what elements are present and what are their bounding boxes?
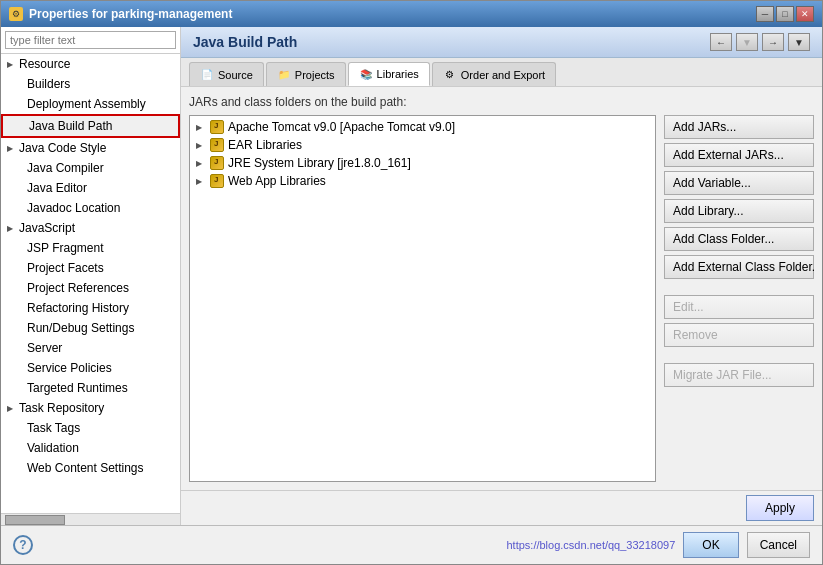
sidebar-item-refactoring[interactable]: Refactoring History xyxy=(1,298,180,318)
migrate-jar-button[interactable]: Migrate JAR File... xyxy=(664,363,814,387)
sidebar-label: Project Facets xyxy=(27,261,104,275)
sidebar-item-java-code-style[interactable]: ▶ Java Code Style xyxy=(1,138,180,158)
tree-label: Apache Tomcat v9.0 [Apache Tomcat v9.0] xyxy=(228,120,455,134)
add-class-folder-button[interactable]: Add Class Folder... xyxy=(664,227,814,251)
sidebar-item-task-repository[interactable]: ▶ Task Repository xyxy=(1,398,180,418)
tab-projects-label: Projects xyxy=(295,69,335,81)
back-button[interactable]: ← xyxy=(710,33,732,51)
sidebar-item-task-tags[interactable]: Task Tags xyxy=(1,418,180,438)
edit-button[interactable]: Edit... xyxy=(664,295,814,319)
sidebar-item-run-debug[interactable]: Run/Debug Settings xyxy=(1,318,180,338)
sidebar-label: Java Build Path xyxy=(29,119,112,133)
sidebar-label: Java Code Style xyxy=(19,141,106,155)
cancel-button[interactable]: Cancel xyxy=(747,532,810,558)
tab-order-export[interactable]: ⚙ Order and Export xyxy=(432,62,556,86)
spacer xyxy=(664,283,814,291)
apply-button[interactable]: Apply xyxy=(746,495,814,521)
sidebar-item-server[interactable]: Server xyxy=(1,338,180,358)
button-panel: Add JARs... Add External JARs... Add Var… xyxy=(664,115,814,482)
panel-title: Java Build Path xyxy=(193,34,297,50)
minimize-button[interactable]: ─ xyxy=(756,6,774,22)
scrollbar-thumb[interactable] xyxy=(5,515,65,525)
restore-button[interactable]: □ xyxy=(776,6,794,22)
spacer xyxy=(664,351,814,359)
tree-arrow-icon: ▶ xyxy=(196,141,206,150)
apply-bar: Apply xyxy=(181,490,822,525)
arrow-icon: ▶ xyxy=(7,60,13,69)
add-jars-button[interactable]: Add JARs... xyxy=(664,115,814,139)
sidebar-label: Java Compiler xyxy=(27,161,104,175)
tab-source[interactable]: 📄 Source xyxy=(189,62,264,86)
panel-header: Java Build Path ← ▼ → ▼ xyxy=(181,27,822,58)
sidebar-scroll-area[interactable]: ▶ Resource Builders Deployment Assembly … xyxy=(1,54,180,513)
sidebar-label: Run/Debug Settings xyxy=(27,321,134,335)
sidebar-item-java-editor[interactable]: Java Editor xyxy=(1,178,180,198)
help-icon[interactable]: ? xyxy=(13,535,33,555)
sidebar-item-project-references[interactable]: Project References xyxy=(1,278,180,298)
sidebar-item-web-content[interactable]: Web Content Settings xyxy=(1,458,180,478)
main-content: ▶ Resource Builders Deployment Assembly … xyxy=(1,27,822,525)
sidebar-item-builders[interactable]: Builders xyxy=(1,74,180,94)
filter-input[interactable] xyxy=(5,31,176,49)
sidebar-item-validation[interactable]: Validation xyxy=(1,438,180,458)
sidebar-item-deployment[interactable]: Deployment Assembly xyxy=(1,94,180,114)
close-button[interactable]: ✕ xyxy=(796,6,814,22)
arrow-icon: ▶ xyxy=(7,404,13,413)
sidebar-label: Server xyxy=(27,341,62,355)
sidebar-label: Web Content Settings xyxy=(27,461,144,475)
sidebar-label: Builders xyxy=(27,77,70,91)
tree-item-jre[interactable]: ▶ JRE System Library [jre1.8.0_161] xyxy=(192,154,653,172)
sidebar-label: Java Editor xyxy=(27,181,87,195)
order-export-tab-icon: ⚙ xyxy=(443,68,457,82)
add-variable-button[interactable]: Add Variable... xyxy=(664,171,814,195)
tab-projects[interactable]: 📁 Projects xyxy=(266,62,346,86)
ok-button[interactable]: OK xyxy=(683,532,738,558)
projects-tab-icon: 📁 xyxy=(277,68,291,82)
forward-button[interactable]: → xyxy=(762,33,784,51)
footer-left: ? xyxy=(13,535,33,555)
tab-libraries[interactable]: 📚 Libraries xyxy=(348,62,430,86)
sidebar-label: Validation xyxy=(27,441,79,455)
add-external-jars-button[interactable]: Add External JARs... xyxy=(664,143,814,167)
jar-icon xyxy=(210,138,224,152)
tree-arrow-icon: ▶ xyxy=(196,159,206,168)
sidebar-label: Service Policies xyxy=(27,361,112,375)
window-icon: ⚙ xyxy=(9,7,23,21)
sidebar-item-javascript[interactable]: ▶ JavaScript xyxy=(1,218,180,238)
sidebar-label: Task Repository xyxy=(19,401,104,415)
tree-item-ear[interactable]: ▶ EAR Libraries xyxy=(192,136,653,154)
sidebar-label: Refactoring History xyxy=(27,301,129,315)
source-tab-icon: 📄 xyxy=(200,68,214,82)
sidebar-item-resource[interactable]: ▶ Resource xyxy=(1,54,180,74)
horizontal-scrollbar[interactable] xyxy=(1,513,180,525)
sidebar-item-javadoc[interactable]: Javadoc Location xyxy=(1,198,180,218)
sidebar-item-project-facets[interactable]: Project Facets xyxy=(1,258,180,278)
description-text: JARs and class folders on the build path… xyxy=(189,95,814,109)
tree-item-tomcat[interactable]: ▶ Apache Tomcat v9.0 [Apache Tomcat v9.0… xyxy=(192,118,653,136)
arrow-icon: ▶ xyxy=(7,144,13,153)
tree-label: JRE System Library [jre1.8.0_161] xyxy=(228,156,411,170)
sidebar-item-jsp-fragment[interactable]: JSP Fragment xyxy=(1,238,180,258)
sidebar-item-service-policies[interactable]: Service Policies xyxy=(1,358,180,378)
jar-icon xyxy=(210,120,224,134)
panel-body: JARs and class folders on the build path… xyxy=(181,87,822,490)
sidebar-label: JSP Fragment xyxy=(27,241,103,255)
dialog-footer: ? https://blog.csdn.net/qq_33218097 OK C… xyxy=(1,525,822,564)
sidebar-item-targeted-runtimes[interactable]: Targeted Runtimes xyxy=(1,378,180,398)
nav-menu-button[interactable]: ▼ xyxy=(788,33,810,51)
nav-down-button[interactable]: ▼ xyxy=(736,33,758,51)
tab-libraries-label: Libraries xyxy=(377,68,419,80)
dialog-window: ⚙ Properties for parking-management ─ □ … xyxy=(0,0,823,565)
window-title: Properties for parking-management xyxy=(29,7,232,21)
sidebar-item-java-build-path[interactable]: Java Build Path xyxy=(1,114,180,138)
remove-button[interactable]: Remove xyxy=(664,323,814,347)
tree-label: Web App Libraries xyxy=(228,174,326,188)
tree-item-webapp[interactable]: ▶ Web App Libraries xyxy=(192,172,653,190)
tree-panel[interactable]: ▶ Apache Tomcat v9.0 [Apache Tomcat v9.0… xyxy=(189,115,656,482)
sidebar-label: Resource xyxy=(19,57,70,71)
add-library-button[interactable]: Add Library... xyxy=(664,199,814,223)
sidebar-item-java-compiler[interactable]: Java Compiler xyxy=(1,158,180,178)
jar-icon xyxy=(210,174,224,188)
add-external-class-folder-button[interactable]: Add External Class Folder... xyxy=(664,255,814,279)
tree-arrow-icon: ▶ xyxy=(196,123,206,132)
